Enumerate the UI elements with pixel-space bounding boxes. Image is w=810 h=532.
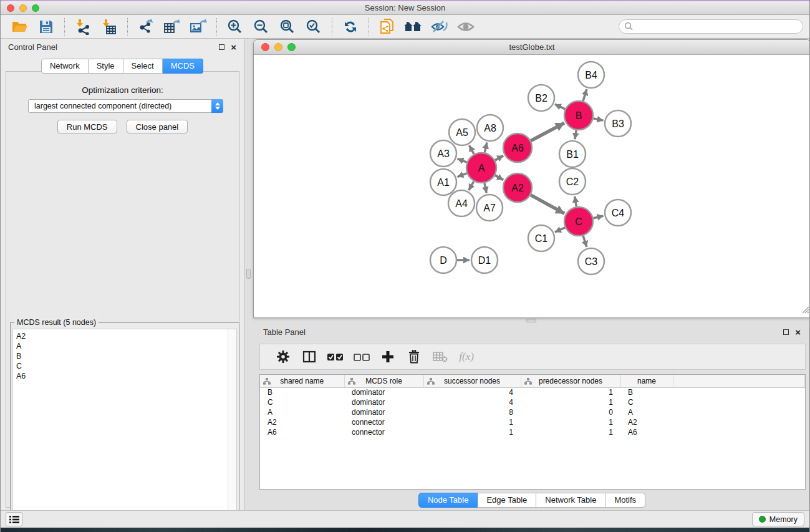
table-row[interactable]: Cdominator41C	[260, 397, 805, 407]
graph-edge[interactable]	[457, 158, 466, 162]
table-cell[interactable]: connector	[344, 427, 423, 437]
graph-edge[interactable]	[495, 156, 503, 160]
mcds-result-list[interactable]: A2ABCA6	[12, 329, 237, 531]
table-cell[interactable]: C	[620, 397, 673, 407]
table-cell[interactable]: 0	[521, 407, 620, 417]
table-cell[interactable]: dominator	[344, 407, 423, 417]
result-item[interactable]: C	[13, 361, 236, 371]
close-panel-button[interactable]: Close panel	[127, 120, 188, 133]
graph-edge[interactable]	[583, 236, 587, 247]
save-session-icon[interactable]	[36, 17, 57, 36]
export-image-icon[interactable]	[188, 17, 209, 36]
show-all-icon[interactable]	[455, 17, 476, 36]
table-cell[interactable]: dominator	[344, 387, 423, 397]
search-input[interactable]	[619, 19, 803, 34]
table-row[interactable]: A2connector11A2	[260, 417, 805, 427]
zoom-fit-icon[interactable]	[277, 17, 298, 36]
table-cell[interactable]: A	[260, 407, 344, 417]
graph-edge[interactable]	[485, 183, 486, 193]
table-cell[interactable]: A2	[620, 417, 673, 427]
network-graph[interactable]: AA1A2A3A4A5A6A7A8BB1B2B3B4CC1C2C3C4DD1	[254, 55, 810, 317]
zoom-selected-icon[interactable]	[303, 17, 324, 36]
settings-gear-icon[interactable]	[270, 350, 296, 364]
tab-mcds[interactable]: MCDS	[163, 59, 203, 74]
graph-edge[interactable]	[594, 118, 604, 120]
column-header-MCDS-role[interactable]: MCDS role	[344, 375, 423, 387]
column-header-shared-name[interactable]: shared name	[260, 375, 344, 387]
close-panel-icon[interactable]: ×	[231, 44, 236, 50]
result-item[interactable]: A6	[13, 371, 236, 381]
import-network-icon[interactable]	[72, 17, 94, 36]
table-cell[interactable]: 8	[423, 407, 521, 417]
graph-edge[interactable]	[583, 89, 587, 101]
table-cell[interactable]: A2	[260, 417, 344, 427]
graph-edge[interactable]	[531, 195, 564, 214]
result-item[interactable]: A2	[13, 331, 236, 341]
graph-edge[interactable]	[555, 104, 566, 109]
tab-edge-table[interactable]: Edge Table	[478, 493, 536, 508]
zoom-in-icon[interactable]	[224, 17, 246, 36]
delete-table-icon[interactable]	[427, 351, 453, 362]
table-row[interactable]: A6connector11A6	[260, 427, 805, 437]
node-table[interactable]: shared nameMCDS rolesuccessor nodesprede…	[259, 374, 806, 490]
close-table-panel-icon[interactable]: ×	[795, 329, 801, 335]
graph-edge[interactable]	[593, 216, 603, 218]
optimization-criterion-dropdown[interactable]: largest connected component (directed)	[28, 99, 223, 113]
graph-edge[interactable]	[457, 173, 466, 177]
result-list-scrollbar[interactable]	[228, 329, 236, 530]
float-panel-icon[interactable]	[219, 44, 224, 50]
graph-edge[interactable]	[531, 123, 564, 141]
tab-select[interactable]: Select	[123, 59, 163, 74]
table-cell[interactable]: C	[260, 397, 344, 407]
table-cell[interactable]: 4	[423, 387, 521, 397]
run-mcds-button[interactable]: Run MCDS	[57, 120, 117, 133]
graph-edge[interactable]	[469, 181, 474, 190]
function-builder-icon[interactable]: f(x)	[453, 351, 480, 363]
add-column-icon[interactable]	[375, 351, 401, 363]
graph-edge[interactable]	[575, 196, 577, 207]
table-cell[interactable]: connector	[344, 417, 423, 427]
export-network-icon[interactable]	[135, 17, 157, 36]
tab-network-table[interactable]: Network Table	[536, 493, 605, 508]
zoom-out-icon[interactable]	[251, 17, 272, 36]
table-cell[interactable]: 4	[423, 397, 521, 407]
table-cell[interactable]: B	[620, 387, 673, 397]
hide-selected-icon[interactable]	[429, 17, 450, 36]
graph-edge[interactable]	[469, 145, 474, 154]
column-view-icon[interactable]	[296, 351, 322, 363]
column-header-name[interactable]: name	[620, 375, 673, 387]
column-header-successor-nodes[interactable]: successor nodes	[423, 375, 521, 387]
home-icon[interactable]	[403, 17, 424, 36]
task-history-button[interactable]	[6, 512, 22, 526]
table-cell[interactable]: 1	[521, 417, 620, 427]
table-row[interactable]: Bdominator41B	[260, 387, 805, 397]
table-cell[interactable]: A	[620, 407, 673, 417]
graph-edge[interactable]	[485, 142, 487, 152]
tab-style[interactable]: Style	[89, 59, 123, 74]
delete-icon[interactable]	[401, 350, 427, 364]
network-canvas[interactable]: AA1A2A3A4A5A6A7A8BB1B2B3B4CC1C2C3C4DD1	[254, 55, 810, 317]
refresh-icon[interactable]	[340, 17, 361, 36]
panel-divider-grip[interactable]	[526, 319, 536, 322]
table-cell[interactable]: 1	[423, 417, 521, 427]
import-table-icon[interactable]	[99, 17, 120, 36]
graph-edge[interactable]	[555, 228, 565, 232]
panel-divider-grip[interactable]	[246, 269, 251, 279]
tab-motifs[interactable]: Motifs	[605, 493, 645, 508]
table-cell[interactable]: 1	[423, 427, 521, 437]
result-item[interactable]: A	[13, 341, 236, 351]
tab-network[interactable]: Network	[41, 59, 89, 74]
graph-edge[interactable]	[495, 175, 503, 180]
result-item[interactable]: B	[13, 351, 236, 361]
deselect-all-icon[interactable]	[349, 353, 375, 361]
float-table-panel-icon[interactable]	[783, 329, 789, 335]
table-row[interactable]: Adominator80A	[260, 407, 805, 417]
graph-edge[interactable]	[575, 130, 576, 140]
column-header-predecessor-nodes[interactable]: predecessor nodes	[521, 375, 620, 387]
table-cell[interactable]: A6	[260, 427, 344, 437]
tab-node-table[interactable]: Node Table	[418, 493, 478, 508]
resize-grip-icon[interactable]	[801, 305, 809, 316]
clone-network-icon[interactable]	[377, 17, 398, 36]
select-all-icon[interactable]	[322, 353, 349, 361]
table-cell[interactable]: B	[260, 387, 344, 397]
